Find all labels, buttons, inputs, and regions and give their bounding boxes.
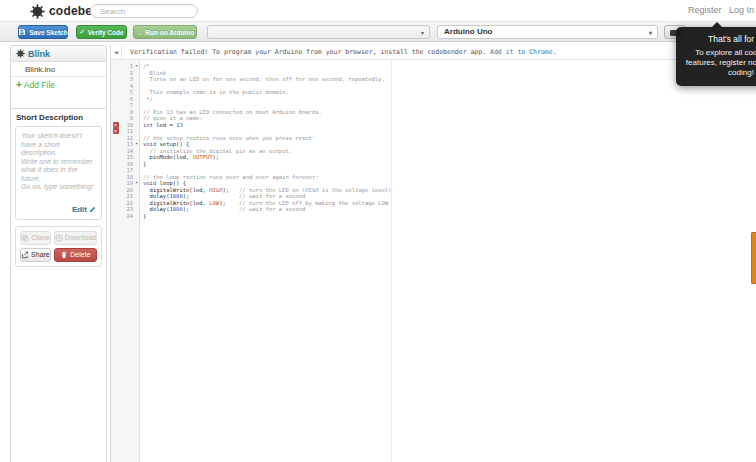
check-icon: ✓	[79, 28, 84, 36]
code-text: }	[140, 213, 146, 220]
project-gear-icon	[16, 49, 25, 58]
download-button[interactable]: Download	[54, 231, 97, 245]
edit-label: Edit	[72, 205, 87, 214]
tooltip-body: To explore all codebender features, regi…	[684, 48, 756, 78]
gutter-error-cell	[111, 213, 120, 220]
feedback-tab[interactable]	[751, 232, 756, 284]
toolbar: Save Sketch ✓ Verify Code → Run on Ardui…	[0, 22, 756, 42]
short-description-label: Short Description	[11, 109, 106, 124]
error-marker-icon[interactable]: ×	[113, 122, 119, 128]
arrow-right-icon: →	[136, 29, 143, 36]
register-link[interactable]: Register	[688, 5, 722, 15]
line-number: 24	[120, 213, 133, 220]
collapse-notification-button[interactable]: ◀	[111, 45, 122, 59]
login-link[interactable]: Log In	[729, 5, 754, 15]
delete-button[interactable]: Delete	[54, 248, 97, 262]
chevron-left-icon: ◀	[114, 49, 118, 55]
editor-pane: ◀ Verification failed! To program your A…	[110, 45, 756, 462]
codebender-app: codebender Register Log In Save Sketch ✓…	[0, 0, 756, 462]
share-button[interactable]: Share	[20, 248, 51, 262]
add-file-button[interactable]: + Add File	[11, 77, 106, 92]
gutter-fold-cell	[133, 213, 140, 220]
code-text: Turns on an LED on for one second, then …	[140, 76, 385, 83]
file-name: Blink.ino	[25, 65, 55, 74]
add-to-chrome-link[interactable]: Add it to Chrome.	[490, 48, 557, 56]
port-select[interactable]: ▾	[207, 25, 430, 39]
code-text: delay(1000); // wait for a second	[140, 206, 305, 213]
code-editor[interactable]: 1▾/*2 Blink3 Turns on an LED on for one …	[111, 63, 756, 219]
error-marker-icon[interactable]: ×	[113, 128, 119, 134]
edit-description-link[interactable]: Edit	[72, 205, 96, 214]
project-actions: Clone Download Share Delete	[15, 226, 102, 267]
verify-code-label: Verify Code	[88, 29, 124, 36]
search-input[interactable]	[90, 4, 198, 18]
board-select-value: Arduino Uno	[444, 27, 492, 36]
short-description-box[interactable]: Your sketch doesn't have a short descrip…	[15, 126, 102, 220]
project-header[interactable]: Blink	[11, 46, 106, 62]
clone-label: Clone	[31, 234, 49, 241]
share-label: Share	[31, 251, 50, 258]
pencil-icon	[89, 206, 96, 213]
save-floppy-icon	[18, 28, 26, 36]
code-text: int led = 13	[140, 122, 183, 129]
clone-button[interactable]: Clone	[20, 231, 51, 245]
code-text: This example code is in the public domai…	[140, 89, 289, 96]
code-text: pinMode(led, OUTPUT);	[140, 154, 219, 161]
file-item-blink-ino[interactable]: Blink.ino	[11, 62, 106, 77]
download-label: Download	[65, 234, 96, 241]
save-sketch-label: Save Sketch	[29, 29, 67, 36]
plus-icon: +	[16, 79, 22, 90]
verify-code-button[interactable]: ✓ Verify Code	[76, 25, 127, 39]
save-sketch-button[interactable]: Save Sketch	[18, 25, 68, 39]
caret-down-icon: ▾	[421, 27, 424, 39]
clone-icon	[21, 234, 29, 242]
codebender-gear-logo-icon	[30, 4, 45, 19]
delete-label: Delete	[70, 251, 90, 258]
sidebar-divider	[11, 92, 106, 109]
board-select[interactable]: Arduino Uno ▾	[437, 25, 658, 39]
notification-bar: ◀ Verification failed! To program your A…	[111, 45, 756, 60]
download-icon	[55, 234, 63, 242]
tooltip-title: That's all for now.	[684, 34, 756, 44]
tooltip-arrow-up-icon	[712, 22, 722, 27]
share-icon	[21, 251, 29, 259]
sidebar: Blink Blink.ino + Add File Short Descrip…	[10, 45, 107, 462]
verification-failed-message: Verification failed! To program your Ard…	[130, 48, 486, 56]
run-on-arduino-button[interactable]: → Run on Arduino	[133, 25, 197, 39]
code-area: 1▾/*2 Blink3 Turns on an LED on for one …	[111, 60, 756, 462]
short-description-placeholder: Your sketch doesn't have a short descrip…	[21, 132, 96, 192]
trash-icon	[60, 251, 68, 259]
add-file-label: Add File	[24, 80, 55, 90]
code-line: 24}	[111, 213, 756, 220]
top-header: codebender Register Log In	[0, 0, 756, 22]
caret-down-icon: ▾	[649, 27, 652, 39]
onboarding-tooltip: That's all for now. To explore all codeb…	[676, 27, 756, 86]
run-on-arduino-label: Run on Arduino	[145, 29, 194, 36]
project-name-link[interactable]: Blink	[28, 49, 50, 59]
